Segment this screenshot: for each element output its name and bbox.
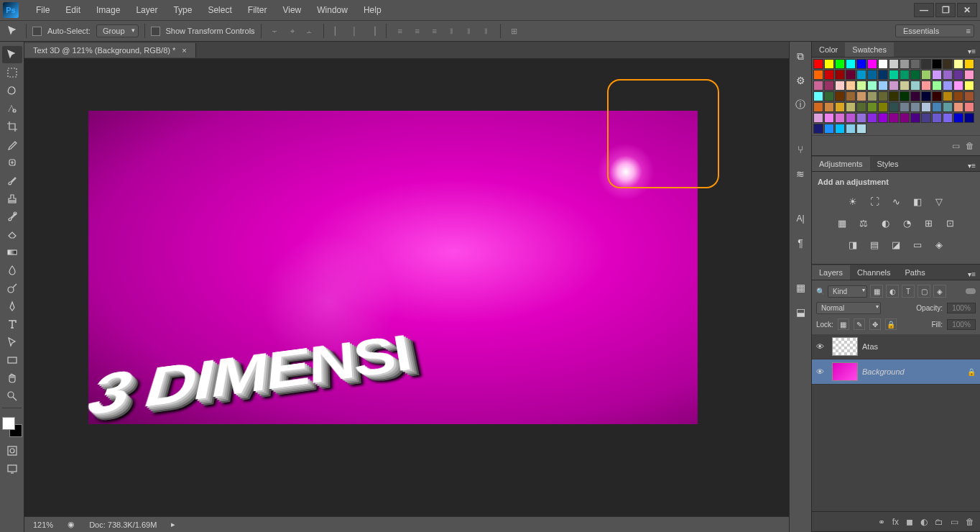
swatch[interactable] [846,81,856,91]
hand-tool[interactable] [2,370,22,387]
swatch[interactable] [846,70,856,80]
swatch[interactable] [824,70,834,80]
color-tab[interactable]: Color [812,42,845,57]
swatch[interactable] [953,59,963,69]
swatch[interactable] [932,91,942,101]
swatch[interactable] [835,70,845,80]
menu-layer[interactable]: Layer [129,1,165,19]
maximize-button[interactable]: ❐ [935,3,956,17]
swatch[interactable] [835,113,845,123]
lock-pixels-icon[interactable]: ✎ [854,318,865,330]
swatch[interactable] [921,113,931,123]
swatch[interactable] [813,81,823,91]
adjustments-tab[interactable]: Adjustments [812,157,870,171]
swatch[interactable] [900,113,910,123]
swatch[interactable] [813,59,823,69]
healing-tool[interactable] [2,154,22,171]
swatch[interactable] [878,113,888,123]
new-swatch-icon[interactable]: ▭ [952,141,960,151]
swatch[interactable] [846,113,856,123]
swatch[interactable] [824,113,834,123]
swatch[interactable] [846,102,856,112]
character-panel-icon[interactable]: A| [792,210,809,227]
swatch[interactable] [867,102,877,112]
quick-select-tool[interactable] [2,100,22,117]
swatch[interactable] [835,81,845,91]
show-transform-checkbox[interactable] [151,27,160,36]
swatch[interactable] [900,102,910,112]
swatch[interactable] [943,59,953,69]
curves-icon[interactable]: ∿ [888,193,904,209]
styles-tab[interactable]: Styles [870,157,906,171]
type-tool[interactable] [2,316,22,333]
menu-help[interactable]: Help [356,1,389,19]
channel-mixer-icon[interactable]: ⊞ [920,215,936,231]
menu-window[interactable]: Window [310,1,355,19]
swatch[interactable] [878,59,888,69]
panel-menu-icon[interactable]: ▾≡ [963,46,980,57]
layer-thumbnail[interactable] [832,362,858,381]
eyedropper-tool[interactable] [2,136,22,153]
channels-tab[interactable]: Channels [850,265,897,280]
navigator-panel-icon[interactable]: ▦ [792,279,809,296]
properties-panel-icon[interactable]: ⚙ [792,72,809,89]
swatch[interactable] [867,91,877,101]
layer-mask-icon[interactable]: ◼ [906,517,913,527]
exposure-icon[interactable]: ◧ [910,193,925,209]
lock-all-icon[interactable]: 🔒 [885,318,897,330]
swatch[interactable] [964,70,974,80]
selective-color-icon[interactable]: ◈ [931,237,947,252]
swatch[interactable] [889,91,899,101]
menu-type[interactable]: Type [166,1,199,19]
eraser-tool[interactable] [2,226,22,243]
swatch[interactable] [932,113,942,123]
swatch[interactable] [813,102,823,112]
quickmask-tool[interactable] [2,442,22,459]
swatch[interactable] [856,70,866,80]
distribute-bottom-icon[interactable]: ≡ [427,23,443,39]
swatch[interactable] [932,81,942,91]
swatch[interactable] [856,81,866,91]
align-left-icon[interactable]: ▏ [330,23,346,39]
status-arrow-icon[interactable]: ▸ [171,520,175,529]
swatch[interactable] [889,102,899,112]
swatch[interactable] [856,59,866,69]
threshold-icon[interactable]: ◪ [888,237,904,252]
swatch[interactable] [878,70,888,80]
visibility-icon[interactable]: 👁 [816,367,828,376]
blur-tool[interactable] [2,262,22,279]
swatch[interactable] [835,102,845,112]
levels-icon[interactable]: ⛶ [866,193,882,209]
swatch[interactable] [889,81,899,91]
swatch[interactable] [910,91,920,101]
history-brush-tool[interactable] [2,208,22,225]
swatch[interactable] [921,102,931,112]
info-icon[interactable]: ◉ [68,520,75,529]
blend-mode-dropdown[interactable]: Normal [816,302,881,314]
layers-tab[interactable]: Layers [812,265,850,280]
rectangle-tool[interactable] [2,352,22,369]
swatch[interactable] [867,59,877,69]
brush-presets-icon[interactable]: ≋ [792,165,809,183]
panel-menu-icon[interactable]: ▾≡ [963,269,980,280]
stamp-tool[interactable] [2,190,22,207]
swatch[interactable] [813,70,823,80]
distribute-top-icon[interactable]: ≡ [392,23,408,39]
photo-filter-icon[interactable]: ◔ [899,215,915,231]
histogram-panel-icon[interactable]: ⬓ [792,303,809,321]
layer-group-icon[interactable]: 🗀 [935,517,943,527]
align-bottom-icon[interactable]: ⫠ [302,23,318,39]
swatch[interactable] [889,70,899,80]
menu-filter[interactable]: Filter [241,1,274,19]
lock-position-icon[interactable]: ✥ [869,318,881,330]
filter-adjust-icon[interactable]: ◐ [886,285,899,298]
swatch[interactable] [964,113,974,123]
swatch[interactable] [932,59,942,69]
info-panel-icon[interactable]: ⓘ [792,96,809,114]
swatch[interactable] [953,81,963,91]
brush-tool[interactable] [2,172,22,189]
swatch[interactable] [943,70,953,80]
swatch[interactable] [900,59,910,69]
align-vcenter-icon[interactable]: ⌖ [285,23,300,39]
swatch[interactable] [910,81,920,91]
